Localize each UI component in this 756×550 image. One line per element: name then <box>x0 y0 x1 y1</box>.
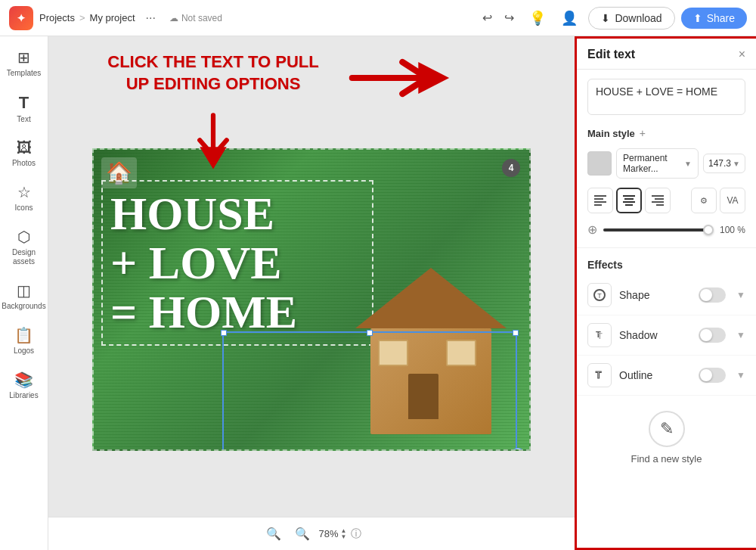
canvas-wrapper[interactable]: CLICK THE TEXT TO PULL UP EDITING OPTION… <box>48 36 575 517</box>
sidebar-item-icons[interactable]: ☆ Icons <box>3 177 45 219</box>
main-style-section: Main style + <box>577 123 756 145</box>
font-family-label: Permanent Marker... <box>623 153 684 174</box>
more-options-button[interactable]: ··· <box>141 10 160 26</box>
svg-rect-7 <box>624 198 634 200</box>
effect-row-outline: T Outline ▼ <box>577 356 756 396</box>
tutorial-text: CLICK THE TEXT TO PULL UP EDITING OPTION… <box>94 51 333 95</box>
outline-toggle[interactable] <box>699 368 726 383</box>
save-status-label: Not saved <box>181 13 222 23</box>
align-center-button[interactable] <box>616 188 642 213</box>
divider <box>577 247 756 248</box>
sidebar-label-text: Text <box>17 115 30 124</box>
sidebar-item-photos[interactable]: 🖼 Photos <box>3 133 45 174</box>
shadow-toggle[interactable] <box>699 328 726 343</box>
find-style-button[interactable]: ✎ <box>649 411 685 447</box>
page-badge: 4 <box>502 159 520 177</box>
sidebar-item-design-assets[interactable]: ⬡ Design assets <box>3 222 45 272</box>
undo-button[interactable]: ↩ <box>478 8 497 28</box>
app-logo: ✦ <box>9 6 33 30</box>
outline-chevron[interactable]: ▼ <box>736 370 745 381</box>
svg-rect-9 <box>625 204 633 206</box>
panel-header: Edit text × <box>577 39 756 70</box>
shadow-effect-label: Shadow <box>619 329 691 341</box>
info-button[interactable]: ⓘ <box>351 527 361 541</box>
breadcrumb-project[interactable]: My project <box>90 12 135 23</box>
effect-row-shape: T Shape ▼ <box>577 275 756 315</box>
opacity-fill <box>603 228 705 231</box>
panel-close-button[interactable]: × <box>739 48 745 61</box>
zoom-value-display[interactable]: 78% ▲ ▼ <box>319 528 347 540</box>
download-button[interactable]: ⬇ Download <box>588 7 674 30</box>
main-style-label: Main style <box>587 128 635 139</box>
opacity-value: 100 % <box>717 225 745 235</box>
canvas-image[interactable]: 🏠 HOUSE+ LOVE= HOME <box>92 148 531 451</box>
sidebar: ⊞ Templates T Text 🖼 Photos ☆ Icons ⬡ De… <box>0 36 48 550</box>
outline-toggle-knob <box>700 369 712 381</box>
zoom-percent: 78% <box>319 528 339 539</box>
zoom-in-button[interactable]: 🔍 <box>290 524 314 544</box>
text-icon: T <box>19 93 29 113</box>
breadcrumb-projects[interactable]: Projects <box>39 12 75 23</box>
font-family-select[interactable]: Permanent Marker... ▼ <box>616 148 699 179</box>
canvas-main-text: HOUSE+ LOVE= HOME <box>110 189 364 337</box>
svg-rect-5 <box>594 204 602 206</box>
canvas-text-overlay[interactable]: HOUSE+ LOVE= HOME <box>101 180 373 346</box>
opacity-slider[interactable] <box>603 228 711 231</box>
arrow-right-icon <box>333 51 469 104</box>
shape-toggle[interactable] <box>699 287 726 303</box>
panel-title: Edit text <box>587 48 635 61</box>
svg-rect-4 <box>594 201 606 203</box>
typography-button[interactable]: VA <box>720 188 745 213</box>
sidebar-item-templates[interactable]: ⊞ Templates <box>3 42 45 84</box>
shadow-chevron[interactable]: ▼ <box>736 330 745 340</box>
svg-rect-10 <box>652 195 664 197</box>
opacity-row: ⊕ 100 % <box>577 219 756 244</box>
canvas-bottom-toolbar: 🔍 🔍 78% ▲ ▼ ⓘ <box>48 517 575 550</box>
align-right-button[interactable] <box>645 188 671 213</box>
redo-button[interactable]: ↪ <box>500 8 519 28</box>
shape-effect-icon: T <box>587 283 612 307</box>
zoom-arrows[interactable]: ▲ ▼ <box>341 528 347 540</box>
icons-icon: ☆ <box>17 183 31 201</box>
sidebar-item-text[interactable]: T Text <box>3 87 45 130</box>
zoom-down-arrow[interactable]: ▼ <box>341 534 347 540</box>
logos-icon: 📋 <box>14 326 33 344</box>
canvas-background[interactable]: 🏠 HOUSE+ LOVE= HOME <box>92 148 531 451</box>
font-size-chevron: ▼ <box>733 160 740 168</box>
idea-button[interactable]: 💡 <box>525 5 550 31</box>
opacity-knob[interactable] <box>703 225 714 235</box>
zoom-out-button[interactable]: 🔍 <box>262 524 286 544</box>
align-left-button[interactable] <box>587 188 613 213</box>
main-layout: ⊞ Templates T Text 🖼 Photos ☆ Icons ⬡ De… <box>0 36 756 550</box>
save-status: ☁ Not saved <box>169 13 222 23</box>
sidebar-item-backgrounds[interactable]: ◫ Backgrounds <box>3 275 45 317</box>
svg-rect-12 <box>652 201 664 203</box>
breadcrumb: Projects > My project <box>39 12 135 23</box>
sidebar-label-design-assets: Design assets <box>6 248 42 266</box>
canvas-area[interactable]: CLICK THE TEXT TO PULL UP EDITING OPTION… <box>48 36 575 550</box>
topbar: ✦ Projects > My project ··· ☁ Not saved … <box>0 0 756 36</box>
photos-icon: 🖼 <box>17 139 32 157</box>
download-label: Download <box>615 12 662 24</box>
svg-text:T: T <box>596 370 602 381</box>
share-button[interactable]: ⬆ Share <box>681 8 747 29</box>
sidebar-item-libraries[interactable]: 📚 Libraries <box>3 365 45 406</box>
svg-text:T: T <box>597 292 602 300</box>
font-size-value: 147.3 <box>708 158 731 169</box>
effect-row-shadow: TT Shadow ▼ <box>577 315 756 356</box>
font-family-chevron: ▼ <box>684 160 692 168</box>
sidebar-item-logos[interactable]: 📋 Logos <box>3 320 45 362</box>
templates-icon: ⊞ <box>17 48 30 67</box>
profile-button[interactable]: 👤 <box>556 5 582 31</box>
sidebar-label-libraries: Libraries <box>9 391 38 400</box>
text-fx-button[interactable]: ⚙ <box>691 188 717 213</box>
shape-toggle-knob <box>700 289 712 301</box>
add-style-button[interactable]: + <box>640 127 646 139</box>
svg-rect-13 <box>656 204 664 206</box>
shadow-effect-icon: TT <box>587 323 612 347</box>
shape-chevron[interactable]: ▼ <box>736 290 745 300</box>
font-size-select[interactable]: 147.3 ▼ <box>703 154 745 173</box>
panel-text-input[interactable]: HOUSE + LOVE = HOME <box>587 79 745 115</box>
color-swatch[interactable] <box>587 151 612 176</box>
opacity-icon: ⊕ <box>587 222 597 237</box>
